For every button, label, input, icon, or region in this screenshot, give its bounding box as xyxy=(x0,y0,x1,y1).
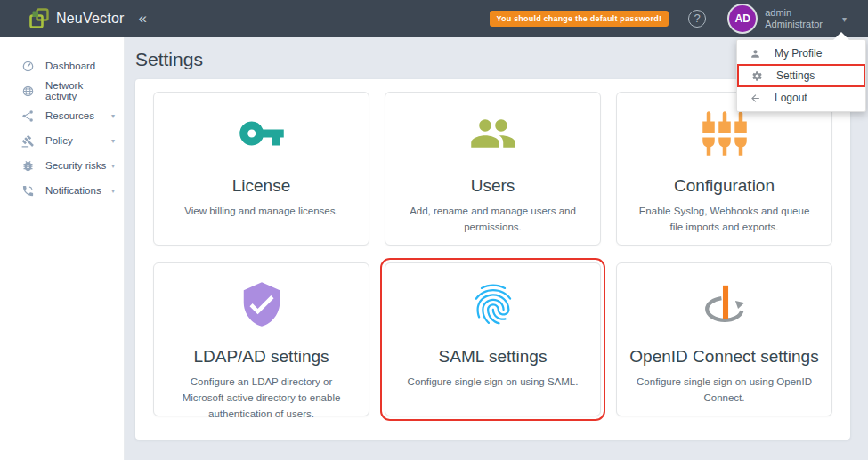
help-icon[interactable]: ? xyxy=(688,10,706,28)
user-dropdown-menu: My Profile Settings Logout xyxy=(736,39,866,112)
chevron-down-icon: ▾ xyxy=(111,137,115,145)
card-description: View billing and manage licenses. xyxy=(154,204,369,220)
sidebar-item-notifications[interactable]: Notifications ▾ xyxy=(0,178,124,203)
sidebar: Dashboard Network activity Resources ▾ P… xyxy=(0,37,125,460)
user-menu-caret-icon[interactable]: ▾ xyxy=(842,14,847,24)
back-arrow-icon xyxy=(750,93,761,104)
card-description: Configure an LDAP directory or Microsoft… xyxy=(154,375,369,422)
neuvector-logo-icon xyxy=(28,8,50,29)
sliders-icon xyxy=(701,109,749,157)
users-icon xyxy=(469,109,517,157)
sidebar-label: Resources xyxy=(45,110,94,121)
user-name-block[interactable]: admin Administrator xyxy=(765,7,823,30)
avatar[interactable]: AD xyxy=(729,5,756,32)
card-title: SAML settings xyxy=(385,347,600,367)
menu-item-my-profile[interactable]: My Profile xyxy=(737,43,865,64)
card-description: Configure single sign on using OpenID Co… xyxy=(617,375,831,407)
user-role: Administrator xyxy=(765,19,823,30)
card-title: OpenID Connect settings xyxy=(617,347,831,367)
brand-name: NeuVector xyxy=(56,11,125,27)
card-configuration[interactable]: Configuration Enable Syslog, Webhooks an… xyxy=(616,92,832,246)
navbar-right: You should change the default password! … xyxy=(490,5,868,32)
menu-pointer-arrow xyxy=(833,32,849,40)
sidebar-item-policy[interactable]: Policy ▾ xyxy=(0,128,124,153)
openid-icon xyxy=(701,280,749,328)
card-license[interactable]: License View billing and manage licenses… xyxy=(153,92,369,246)
nodes-cluster-icon xyxy=(21,109,35,123)
shield-check-icon xyxy=(238,280,286,328)
settings-cards-grid: License View billing and manage licenses… xyxy=(153,92,832,416)
sidebar-collapse-button[interactable]: « xyxy=(139,10,147,28)
sidebar-item-security-risks[interactable]: Security risks ▾ xyxy=(0,153,124,178)
password-warning-badge[interactable]: You should change the default password! xyxy=(490,11,669,27)
sidebar-label: Notifications xyxy=(45,185,101,196)
card-title: License xyxy=(154,176,369,196)
person-icon xyxy=(750,48,761,60)
sidebar-item-network-activity[interactable]: Network activity xyxy=(0,78,124,103)
gavel-icon xyxy=(21,134,35,148)
sidebar-label: Network activity xyxy=(45,80,115,101)
menu-item-label: My Profile xyxy=(775,47,822,60)
fingerprint-icon xyxy=(469,280,517,328)
dashboard-gauge-icon xyxy=(21,60,35,73)
menu-item-label: Settings xyxy=(776,69,815,82)
sidebar-label: Security risks xyxy=(45,160,106,171)
card-ldap-ad-settings[interactable]: LDAP/AD settings Configure an LDAP direc… xyxy=(153,262,369,416)
brand-area: NeuVector « xyxy=(0,8,134,29)
sidebar-label: Dashboard xyxy=(45,61,95,71)
sidebar-item-resources[interactable]: Resources ▾ xyxy=(0,103,124,128)
globe-icon xyxy=(21,85,35,98)
card-openid-connect-settings[interactable]: OpenID Connect settings Configure single… xyxy=(616,262,832,416)
card-description: Add, rename and manage users and permiss… xyxy=(385,204,600,236)
card-title: Users xyxy=(385,176,600,196)
card-users[interactable]: Users Add, rename and manage users and p… xyxy=(385,92,601,246)
gear-icon xyxy=(751,70,763,82)
card-description: Enable Syslog, Webhooks and queue file i… xyxy=(617,204,831,236)
chevron-down-icon: ▾ xyxy=(111,162,115,170)
phone-icon xyxy=(21,184,35,198)
chevron-down-icon: ▾ xyxy=(111,112,115,120)
settings-panel: License View billing and manage licenses… xyxy=(135,79,850,440)
menu-item-label: Logout xyxy=(775,92,807,104)
app-root: NeuVector « You should change the defaul… xyxy=(0,0,868,460)
card-title: Configuration xyxy=(617,176,831,196)
top-navbar: NeuVector « You should change the defaul… xyxy=(0,0,868,37)
card-description: Configure single sign on using SAML. xyxy=(385,375,600,391)
chevron-down-icon: ▾ xyxy=(111,187,115,195)
menu-item-logout[interactable]: Logout xyxy=(737,87,865,109)
sidebar-label: Policy xyxy=(45,135,73,146)
bug-icon xyxy=(21,159,35,173)
card-title: LDAP/AD settings xyxy=(154,347,369,367)
sidebar-item-dashboard[interactable]: Dashboard xyxy=(0,53,124,78)
user-name: admin xyxy=(765,7,823,19)
menu-item-settings[interactable]: Settings xyxy=(737,64,865,87)
key-icon xyxy=(238,109,286,157)
card-saml-settings[interactable]: SAML settings Configure single sign on u… xyxy=(385,262,601,416)
